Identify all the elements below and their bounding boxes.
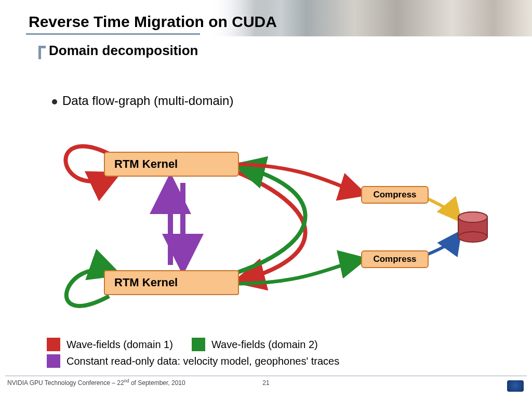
arrow-domain2-to-kernel1 <box>238 166 305 272</box>
legend-swatch-domain2 <box>192 338 205 351</box>
bullet-icon <box>52 99 57 104</box>
arrow-domain1-to-kernel2 <box>238 172 305 281</box>
title-underline <box>26 33 200 35</box>
svg-point-2 <box>458 232 487 242</box>
arrow-compress1-to-storage <box>427 198 458 218</box>
legend-label-readonly: Constant read-only data: velocity model,… <box>66 355 339 367</box>
rtm-kernel-label-2: RTM Kernel <box>114 276 178 289</box>
legend-swatch-domain1 <box>47 338 60 351</box>
rtm-kernel-box-2: RTM Kernel <box>104 270 239 295</box>
legend: Wave-fields (domain 1) Wave-fields (doma… <box>47 338 339 371</box>
rtm-kernel-label-1: RTM Kernel <box>114 157 178 171</box>
arrow-kernel1-to-compress1 <box>239 164 361 193</box>
compress-label-2: Compress <box>373 254 416 264</box>
footer-logo-icon <box>507 380 524 392</box>
bullet-text: Data flow-graph (multi-domain) <box>62 94 233 108</box>
svg-point-3 <box>458 212 487 222</box>
legend-label-domain2: Wave-fields (domain 2) <box>211 339 318 351</box>
footer-ordinal: nd <box>124 378 129 383</box>
legend-swatch-readonly <box>47 354 60 368</box>
page-subtitle: Domain decomposition <box>49 43 198 58</box>
page-title: Reverse Time Migration on CUDA <box>29 13 277 31</box>
footer-suffix: of September, 2010 <box>129 379 185 387</box>
compress-box-2: Compress <box>361 250 429 268</box>
svg-point-0 <box>458 212 487 222</box>
footer-prefix: NVIDIA GPU Technology Conference – 22 <box>7 379 124 387</box>
subtitle-tick-icon <box>38 46 46 59</box>
compress-label-1: Compress <box>373 190 416 200</box>
legend-label-domain1: Wave-fields (domain 1) <box>66 339 173 351</box>
bullet-row: Data flow-graph (multi-domain) <box>52 94 233 108</box>
footer-text: NVIDIA GPU Technology Conference – 22nd … <box>7 378 185 387</box>
rtm-kernel-box-1: RTM Kernel <box>104 152 239 177</box>
page-number: 21 <box>262 379 269 387</box>
storage-cylinder-icon <box>458 212 487 242</box>
arrow-compress2-to-storage <box>427 235 458 255</box>
svg-rect-1 <box>458 217 487 237</box>
arrow-kernel2-to-compress2 <box>239 260 361 284</box>
compress-box-1: Compress <box>361 186 429 204</box>
footer-divider <box>5 376 527 376</box>
